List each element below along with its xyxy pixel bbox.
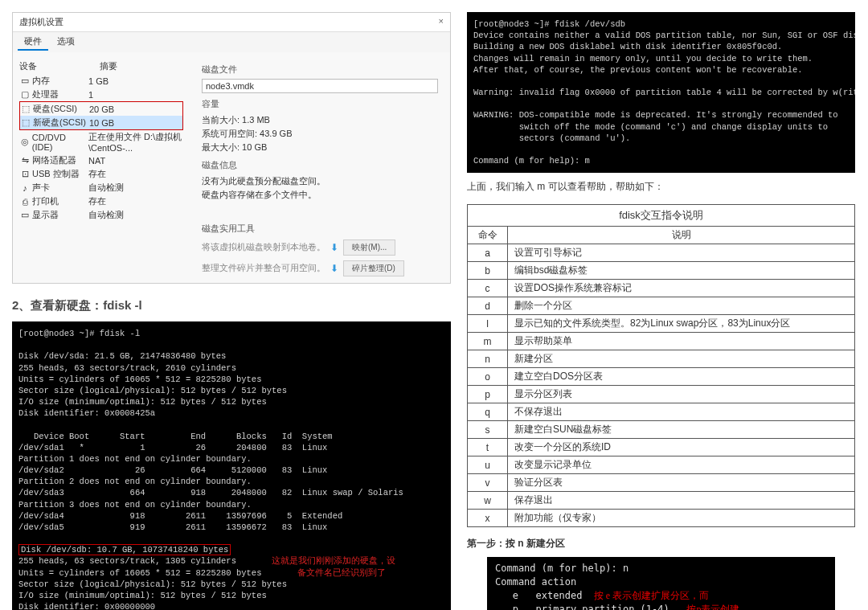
cmd-cell: l — [468, 315, 508, 333]
cmd-cell: s — [468, 421, 508, 439]
desc-cell: 改变一个分区的系统ID — [508, 439, 855, 456]
table-row: a设置可引导标记 — [468, 244, 855, 262]
desc-cell: 保存退出 — [508, 492, 855, 510]
table-row: l显示已知的文件系统类型。82为Linux swap分区，83为Linux分区 — [468, 315, 855, 333]
desc-cell: 改变显示记录单位 — [508, 456, 855, 474]
annotation-1: 这就是我们刚刚添加的硬盘，设 — [272, 556, 395, 565]
device-row[interactable]: ▭内存1 GB — [19, 74, 183, 88]
close-icon[interactable]: × — [439, 16, 444, 26]
dialog-title: 虚拟机设置 — [19, 17, 63, 27]
device-summary: 20 GB — [89, 104, 182, 114]
device-summary: 存在 — [88, 168, 183, 180]
table-row: c设置DOS操作系统兼容标记 — [468, 280, 855, 297]
device-icon: ⬚ — [20, 118, 31, 128]
device-row[interactable]: ⇋网络适配器NAT — [19, 154, 183, 167]
table-row: q不保存退出 — [468, 403, 855, 421]
capacity-label: 容量 — [202, 98, 438, 110]
step-1-label: 第一步：按 n 新建分区 — [467, 537, 855, 551]
device-list: 设备 摘要 ▭内存1 GB▢处理器1⬚硬盘(SCSI)20 GB⬚新硬盘(SCS… — [13, 52, 190, 283]
disk-util-label: 磁盘实用工具 — [202, 223, 438, 235]
help-note: 上面，我们输入 m 可以查看帮助，帮助如下： — [467, 179, 855, 194]
device-icon: ▭ — [19, 76, 31, 86]
device-row[interactable]: ⎙打印机存在 — [19, 194, 183, 208]
table-row: s新建空白SUN磁盘标签 — [468, 421, 855, 439]
th-description: 说明 — [508, 227, 855, 244]
device-row[interactable]: ◎CD/DVD (IDE)正在使用文件 D:\虚拟机\CentOS-... — [19, 130, 183, 154]
disk-info-2: 硬盘内容存储在多个文件中。 — [202, 188, 438, 202]
device-name: CD/DVD (IDE) — [32, 133, 88, 152]
terminal-fdisk-sdb: [root@node3 ~]# fdisk /dev/sdb Device co… — [467, 12, 855, 173]
device-name: 打印机 — [32, 195, 59, 207]
heading-2: 2、查看新硬盘：fdisk -l — [12, 298, 451, 313]
download-icon: ⬇ — [330, 242, 338, 253]
desc-cell: 建立空白DOS分区表 — [508, 368, 855, 386]
device-summary: 10 GB — [89, 118, 182, 128]
device-name: 显示器 — [32, 209, 59, 221]
desc-cell: 附加功能（仅专家） — [508, 510, 855, 527]
table-row: x附加功能（仅专家） — [468, 510, 855, 527]
table-row: w保存退出 — [468, 492, 855, 510]
device-row[interactable]: ⊡USB 控制器存在 — [19, 167, 183, 181]
device-summary: 存在 — [88, 195, 183, 207]
table-row: n新建分区 — [468, 350, 855, 368]
current-size: 当前大小: 1.3 MB — [202, 113, 438, 127]
device-row[interactable]: ▭显示器自动检测 — [19, 208, 183, 222]
table-row: d删除一个分区 — [468, 297, 855, 315]
annotation-2: 备文件名已经识别到了 — [297, 568, 386, 577]
col-summary: 摘要 — [100, 60, 117, 72]
cmd-cell: x — [468, 510, 508, 527]
device-summary: 正在使用文件 D:\虚拟机\CentOS-... — [88, 131, 183, 153]
cmd-cell: w — [468, 492, 508, 510]
table-row: o建立空白DOS分区表 — [468, 368, 855, 386]
disk-file-input[interactable]: node3.vmdk — [202, 79, 438, 93]
terminal-fdisk-l: [root@node3 ~]# fdisk -l Disk /dev/sda: … — [12, 321, 451, 610]
table-row: p显示分区列表 — [468, 386, 855, 403]
map-button[interactable]: 映射(M)... — [343, 239, 395, 256]
device-icon: ▭ — [19, 211, 31, 220]
desc-cell: 设置可引导标记 — [508, 244, 855, 262]
util-text-1: 将该虚拟机磁盘映射到本地卷。 — [202, 242, 326, 253]
table-row: m显示帮助菜单 — [468, 333, 855, 350]
tab-hardware[interactable]: 硬件 — [18, 34, 48, 51]
table-row: v验证分区表 — [468, 474, 855, 492]
device-name: 内存 — [32, 75, 50, 87]
terminal-step1: Command (m for help): n Command action e… — [487, 557, 835, 610]
cmd-cell: v — [468, 474, 508, 492]
device-name: 网络适配器 — [32, 154, 76, 166]
device-summary: NAT — [88, 156, 183, 166]
device-row[interactable]: ♪声卡自动检测 — [19, 181, 183, 194]
defrag-button[interactable]: 碎片整理(D) — [343, 260, 404, 276]
desc-cell: 编辑bsd磁盘标签 — [508, 262, 855, 280]
cmd-cell: o — [468, 368, 508, 386]
device-name: 硬盘(SCSI) — [33, 103, 77, 115]
desc-cell: 新建空白SUN磁盘标签 — [508, 421, 855, 439]
cmd-cell: u — [468, 456, 508, 474]
cmd-cell: a — [468, 244, 508, 262]
cmd-cell: d — [468, 297, 508, 315]
disk-info-label: 磁盘信息 — [202, 159, 438, 171]
sdb-highlight: Disk /dev/sdb: 10.7 GB, 10737418240 byte… — [18, 544, 231, 555]
note-extended: 按 e 表示创建扩展分区，而 — [594, 590, 709, 601]
device-name: 新硬盘(SCSI) — [33, 117, 86, 129]
device-row[interactable]: ⬚硬盘(SCSI)20 GB — [20, 102, 182, 116]
device-icon: ⎙ — [19, 197, 31, 207]
desc-cell: 不保存退出 — [508, 403, 855, 421]
device-icon: ♪ — [19, 183, 31, 193]
disk-file-label: 磁盘文件 — [202, 63, 438, 76]
cmd-cell: c — [468, 280, 508, 297]
device-row[interactable]: ▢处理器1 — [19, 88, 183, 101]
device-icon: ◎ — [19, 137, 31, 147]
fdisk-command-table: fdisk交互指令说明 命令 说明 a设置可引导标记b编辑bsd磁盘标签c设置D… — [467, 204, 855, 527]
util-text-2: 整理文件碎片并整合可用空间。 — [202, 263, 326, 274]
device-icon: ⇋ — [19, 156, 31, 166]
device-summary: 1 GB — [88, 76, 183, 86]
device-row[interactable]: ⬚新硬盘(SCSI)10 GB — [20, 116, 182, 129]
device-summary: 自动检测 — [88, 182, 183, 194]
tab-options[interactable]: 选项 — [51, 34, 81, 49]
desc-cell: 显示分区列表 — [508, 386, 855, 403]
device-name: 处理器 — [32, 88, 59, 100]
table-row: b编辑bsd磁盘标签 — [468, 262, 855, 280]
th-command: 命令 — [468, 227, 508, 244]
note-primary: 按p表示创建 — [686, 604, 739, 610]
col-device: 设备 — [19, 60, 100, 72]
